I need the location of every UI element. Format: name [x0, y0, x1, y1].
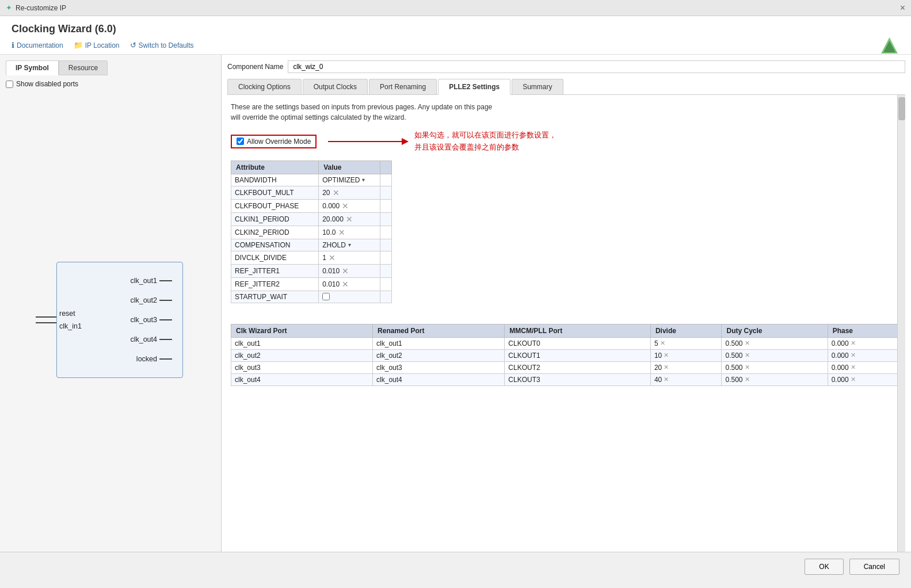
attr-name-divclk-divide: DIVCLK_DIVIDE	[231, 251, 319, 264]
tab-resource[interactable]: Resource	[59, 60, 108, 75]
attr-value-divclk-divide: 1 ✕	[319, 251, 380, 264]
attr-name-clkin2-period: CLKIN2_PERIOD	[231, 226, 319, 239]
refresh-icon: ↺	[130, 41, 136, 49]
clkin1-period-clear[interactable]: ✕	[346, 215, 353, 224]
phase-clkout4-clear[interactable]: ✕	[851, 376, 856, 383]
arrow-head	[402, 138, 409, 145]
divide-clkout3-clear[interactable]: ✕	[664, 364, 669, 371]
tab-output-clocks[interactable]: Output Clocks	[303, 79, 368, 94]
ref-jitter2-clear[interactable]: ✕	[342, 280, 349, 289]
attr-value-compensation[interactable]: ZHOLD ▾	[319, 239, 380, 251]
attr-name-startup-wait: STARTUP_WAIT	[231, 291, 319, 303]
compensation-dropdown-icon[interactable]: ▾	[348, 242, 351, 248]
footer: OK Cancel	[0, 552, 911, 581]
clkin2-period-clear[interactable]: ✕	[338, 228, 345, 237]
port-phase-clkout2: 0.000 ✕	[828, 349, 901, 361]
header: Clocking Wizard (6.0) ℹ Documentation 📁 …	[0, 16, 911, 55]
attr-col-value: Value	[319, 161, 380, 174]
attr-col-attribute: Attribute	[231, 161, 319, 174]
override-annotation: 如果勾选，就可以在该页面进行参数设置，并且该设置会覆盖掉之前的参数	[414, 129, 556, 154]
duty-clkout3-clear[interactable]: ✕	[745, 364, 750, 371]
port-mmcm-clkout3: CLKOUT2	[505, 361, 651, 373]
close-button[interactable]: ×	[900, 3, 905, 13]
port-col-renamed: Renamed Port	[373, 324, 505, 337]
clkout2-line	[159, 300, 172, 301]
port-row-clkout2: clk_out2 clk_out2 CLKOUT1 10 ✕	[231, 349, 902, 361]
component-name-row: Component Name	[227, 60, 905, 73]
tab-plle2-settings[interactable]: PLLE2 Settings	[438, 79, 510, 95]
attr-row-compensation: COMPENSATION ZHOLD ▾	[231, 239, 392, 251]
output-ports: clk_out1 clk_out2 clk_out3 clk_out4	[89, 273, 172, 367]
phase-clkout2-clear[interactable]: ✕	[851, 352, 856, 359]
port-mmcm-clkout4: CLKOUT3	[505, 373, 651, 385]
clkout3-line	[159, 319, 172, 320]
attr-value-clkin1-period: 20.000 ✕	[319, 212, 380, 226]
attr-name-clkfbout-mult: CLKFBOUT_MULT	[231, 186, 319, 199]
port-divide-clkout4: 40 ✕	[650, 373, 722, 385]
override-mode-label: Allow Override Mode	[247, 138, 311, 146]
tabs-row: Clocking Options Output Clocks Port Rena…	[227, 79, 905, 95]
attr-row-startup-wait: STARTUP_WAIT	[231, 291, 392, 303]
scrollbar-thumb[interactable]	[898, 97, 905, 120]
duty-clkout2-clear[interactable]: ✕	[745, 352, 750, 359]
override-mode-row: Allow Override Mode 如果勾选，就可以在该页面进行参数设置，并…	[231, 129, 902, 154]
divide-clkout2-clear[interactable]: ✕	[664, 352, 669, 359]
attr-row-ref-jitter1: REF_JITTER1 0.010 ✕	[231, 264, 392, 277]
attr-name-clkin1-period: CLKIN1_PERIOD	[231, 212, 319, 226]
divide-clkout1-clear[interactable]: ✕	[660, 339, 665, 347]
left-panel: IP Symbol Resource Show disabled ports	[0, 55, 222, 552]
component-name-label: Component Name	[227, 63, 283, 71]
show-disabled-checkbox[interactable]	[6, 81, 13, 88]
scrollbar[interactable]	[897, 95, 905, 552]
switch-defaults-link[interactable]: ↺ Switch to Defaults	[130, 41, 194, 49]
ok-button[interactable]: OK	[805, 559, 843, 575]
ref-jitter1-clear[interactable]: ✕	[342, 266, 349, 276]
locked-line	[159, 358, 172, 360]
phase-clkout1-clear[interactable]: ✕	[851, 339, 856, 347]
port-renamed-clkout3: clk_out3	[373, 361, 505, 373]
tab-port-renaming[interactable]: Port Renaming	[369, 79, 437, 94]
tab-clocking-options[interactable]: Clocking Options	[227, 79, 302, 94]
attr-row-bandwidth: BANDWIDTH OPTIMIZED ▾	[231, 174, 392, 186]
input-label-reset: reset	[59, 310, 82, 318]
divide-clkout4-clear[interactable]: ✕	[664, 376, 669, 383]
cancel-button[interactable]: Cancel	[849, 559, 899, 575]
description-text: These are the settings based on inputs f…	[231, 102, 902, 123]
show-disabled-row: Show disabled ports	[6, 80, 215, 88]
component-name-input[interactable]	[288, 60, 905, 73]
bandwidth-dropdown-icon[interactable]: ▾	[362, 177, 365, 183]
attr-name-ref-jitter1: REF_JITTER1	[231, 264, 319, 277]
port-reset	[36, 316, 56, 318]
clkin1-line	[36, 322, 56, 323]
attr-row-clkin2-period: CLKIN2_PERIOD 10.0 ✕	[231, 226, 392, 239]
port-col-mmcm: MMCM/PLL Port	[505, 324, 651, 337]
duty-clkout1-clear[interactable]: ✕	[745, 339, 750, 347]
attr-value-bandwidth[interactable]: OPTIMIZED ▾	[319, 174, 380, 186]
port-col-wizard: Clk Wizard Port	[231, 324, 373, 337]
port-clk-out2: clk_out2	[130, 296, 172, 304]
startup-wait-checkbox[interactable]	[322, 293, 330, 300]
reset-line	[36, 316, 56, 318]
attr-value-clkfbout-phase: 0.000 ✕	[319, 199, 380, 212]
ip-location-link[interactable]: 📁 IP Location	[74, 41, 120, 49]
clkfbout-phase-clear[interactable]: ✕	[342, 201, 349, 211]
tab-summary[interactable]: Summary	[512, 79, 563, 94]
tab-ip-symbol[interactable]: IP Symbol	[6, 60, 59, 75]
documentation-link[interactable]: ℹ Documentation	[12, 41, 63, 49]
divclk-divide-clear[interactable]: ✕	[329, 253, 336, 262]
port-wizard-clkout3: clk_out3	[231, 361, 373, 373]
duty-clkout4-clear[interactable]: ✕	[745, 376, 750, 383]
attr-value-clkfbout-mult: 20 ✕	[319, 186, 380, 199]
port-renamed-clkout4: clk_out4	[373, 373, 505, 385]
phase-clkout3-clear[interactable]: ✕	[851, 364, 856, 371]
attr-name-bandwidth: BANDWIDTH	[231, 174, 319, 186]
attribute-table: Attribute Value BANDWIDTH OPTIMIZED ▾	[231, 161, 392, 303]
override-mode-checkbox[interactable]	[237, 138, 244, 145]
port-col-phase: Phase	[828, 324, 901, 337]
port-duty-clkout4: 0.500 ✕	[722, 373, 828, 385]
port-wizard-clkout1: clk_out1	[231, 337, 373, 349]
xilinx-logo	[879, 36, 899, 58]
clkfbout-mult-clear[interactable]: ✕	[333, 188, 340, 197]
show-disabled-label: Show disabled ports	[16, 80, 78, 88]
left-tabs: IP Symbol Resource	[6, 60, 215, 75]
